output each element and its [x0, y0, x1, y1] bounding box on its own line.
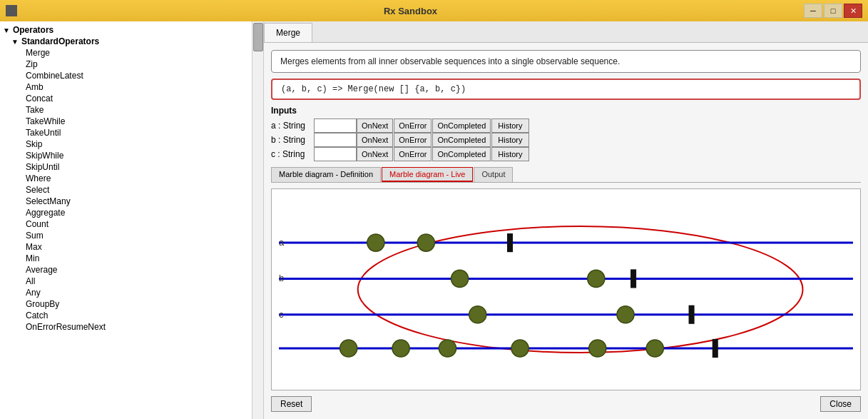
tab-merge-label: Merge [276, 28, 300, 38]
app-icon [6, 5, 17, 16]
inputs-label: Inputs [271, 106, 861, 116]
sidebar-item-merge[interactable]: Merge [0, 47, 252, 59]
content-area: Merge Merges elements from all inner obs… [264, 21, 868, 419]
content-body: Merges elements from all inner observabl… [264, 43, 868, 419]
tree-sub-root-label: StandardOperators [21, 36, 99, 46]
main-layout: ▼ Operators ▼ StandardOperators MergeZip… [0, 21, 868, 419]
code-text: (a, b, c) => Merge(new [] {a, b, c}) [281, 84, 466, 94]
sidebar-item-amb[interactable]: Amb [0, 81, 252, 93]
sidebar-item-max[interactable]: Max [0, 241, 252, 253]
input-btn-onerror-0[interactable]: OnError [394, 118, 432, 133]
sidebar-item-min[interactable]: Min [0, 253, 252, 264]
sidebar-item-groupby[interactable]: GroupBy [0, 298, 252, 310]
sidebar-item-catch[interactable]: Catch [0, 310, 252, 321]
input-label-1: b : String [271, 135, 314, 145]
sidebar-item-sum[interactable]: Sum [0, 230, 252, 241]
sidebar-item-onerrorresumenext[interactable]: OnErrorResumeNext [0, 321, 252, 333]
title-bar: Rx Sandbox ─ □ ✕ [0, 0, 868, 21]
lane-c-label: c [279, 309, 284, 320]
output-marble-5 [589, 340, 606, 357]
lane-c-terminator [689, 306, 695, 324]
input-btn-onnext-0[interactable]: OnNext [357, 118, 393, 133]
code-box: (a, b, c) => Merge(new [] {a, b, c}) [271, 79, 861, 100]
sidebar-item-skipuntil[interactable]: SkipUntil [0, 161, 252, 173]
input-textbox-0[interactable] [314, 118, 357, 133]
scrollbar-thumb[interactable] [253, 23, 263, 51]
sidebar-item-skipwhile[interactable]: SkipWhile [0, 150, 252, 161]
tab-merge[interactable]: Merge [264, 23, 312, 42]
bottom-buttons: Reset Close [271, 396, 861, 412]
input-btn-onnext-2[interactable]: OnNext [357, 147, 393, 161]
diagram-tabs: Marble diagram - Definition Marble diagr… [271, 167, 861, 183]
description-text: Merges elements from all inner observabl… [280, 56, 620, 66]
output-marble-1 [340, 340, 357, 357]
sidebar: ▼ Operators ▼ StandardOperators MergeZip… [0, 21, 264, 419]
lane-b-terminator [630, 269, 636, 288]
input-row-0: a : StringOnNextOnErrorOnCompletedHistor… [271, 118, 861, 133]
input-textbox-2[interactable] [314, 147, 357, 161]
sidebar-inner: ▼ Operators ▼ StandardOperators MergeZip… [0, 21, 263, 419]
sidebar-item-zip[interactable]: Zip [0, 59, 252, 70]
history-btn-1[interactable]: History [491, 133, 529, 147]
sidebar-item-select[interactable]: Select [0, 184, 252, 196]
sidebar-item-selectmany[interactable]: SelectMany [0, 196, 252, 207]
minimize-button[interactable]: ─ [804, 4, 822, 18]
input-rows-container: a : StringOnNextOnErrorOnCompletedHistor… [271, 118, 861, 161]
lane-c-marble-2 [617, 306, 634, 323]
close-button[interactable]: ✕ [844, 4, 862, 18]
sidebar-item-combinelatest[interactable]: CombineLatest [0, 70, 252, 81]
diagram-tab-definition-label: Marble diagram - Definition [279, 170, 373, 178]
title-bar-title: Rx Sandbox [17, 6, 804, 16]
diagram-tab-definition[interactable]: Marble diagram - Definition [271, 167, 381, 182]
tree-sub-root-standard[interactable]: ▼ StandardOperators [0, 36, 252, 47]
input-row-2: c : StringOnNextOnErrorOnCompletedHistor… [271, 147, 861, 161]
input-btn-onerror-1[interactable]: OnError [394, 133, 432, 147]
sidebar-item-any[interactable]: Any [0, 287, 252, 298]
sidebar-item-where[interactable]: Where [0, 173, 252, 184]
marble-diagram-svg: a b c [272, 189, 860, 390]
diagram-tab-output-label: Output [481, 170, 505, 178]
output-marble-2 [392, 340, 409, 357]
maximize-button[interactable]: □ [824, 4, 842, 18]
sidebar-item-takewhile[interactable]: TakeWhile [0, 116, 252, 127]
input-btn-oncompleted-2[interactable]: OnCompleted [432, 147, 491, 161]
lane-a-marble-1 [367, 234, 384, 251]
input-btn-oncompleted-1[interactable]: OnCompleted [432, 133, 491, 147]
tree-root-operators[interactable]: ▼ Operators [0, 24, 252, 36]
input-btn-onerror-2[interactable]: OnError [394, 147, 432, 161]
sidebar-item-skip[interactable]: Skip [0, 138, 252, 150]
input-label-0: a : String [271, 121, 314, 131]
close-content-button[interactable]: Close [820, 396, 861, 412]
tree-root-operators-label: Operators [13, 25, 53, 35]
sidebar-item-count[interactable]: Count [0, 218, 252, 230]
history-btn-2[interactable]: History [491, 147, 529, 161]
history-btn-0[interactable]: History [491, 118, 529, 133]
diagram-tab-output[interactable]: Output [474, 167, 513, 182]
description-box: Merges elements from all inner observabl… [271, 50, 861, 73]
tree-items-container: MergeZipCombineLatestAmbConcatTakeTakeWh… [0, 47, 252, 333]
title-bar-controls: ─ □ ✕ [804, 4, 862, 18]
reset-button[interactable]: Reset [271, 396, 312, 412]
sidebar-item-average[interactable]: Average [0, 264, 252, 276]
input-btn-onnext-1[interactable]: OnNext [357, 133, 393, 147]
lane-b-marble-2 [588, 270, 605, 287]
sidebar-item-take[interactable]: Take [0, 104, 252, 116]
tree-arrow-standard: ▼ [11, 38, 19, 46]
output-marble-6 [646, 340, 663, 357]
output-marble-3 [439, 340, 456, 357]
sidebar-item-concat[interactable]: Concat [0, 93, 252, 104]
input-row-1: b : StringOnNextOnErrorOnCompletedHistor… [271, 133, 861, 147]
lane-b-label: b [279, 273, 284, 283]
lane-a-marble-2 [417, 234, 434, 251]
input-btn-oncompleted-0[interactable]: OnCompleted [432, 118, 491, 133]
inputs-section: Inputs a : StringOnNextOnErrorOnComplete… [271, 106, 861, 161]
sidebar-item-all[interactable]: All [0, 276, 252, 287]
diagram-area: a b c [271, 188, 861, 390]
input-textbox-1[interactable] [314, 133, 357, 147]
diagram-tab-live[interactable]: Marble diagram - Live [382, 167, 473, 182]
tab-header: Merge [264, 21, 868, 43]
output-terminator [713, 339, 718, 358]
sidebar-item-takeuntil[interactable]: TakeUntil [0, 127, 252, 138]
sidebar-scrollbar[interactable] [252, 21, 263, 419]
sidebar-item-aggregate[interactable]: Aggregate [0, 207, 252, 218]
